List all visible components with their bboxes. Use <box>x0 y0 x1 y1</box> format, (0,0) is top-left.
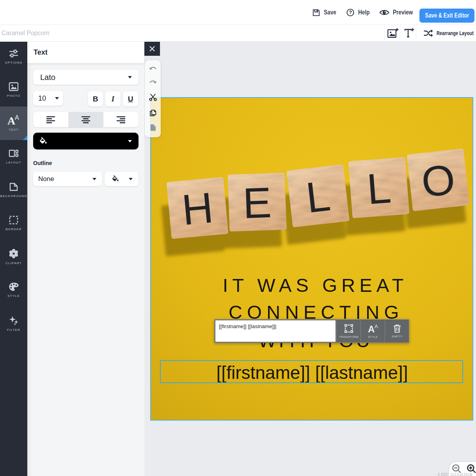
svg-text:E: E <box>242 178 272 227</box>
svg-text:H: H <box>180 183 215 234</box>
svg-text:IT WAS GREAT: IT WAS GREAT <box>223 275 408 296</box>
svg-text:A: A <box>15 115 19 121</box>
svg-text:A: A <box>368 324 375 334</box>
svg-text:O: O <box>419 155 458 206</box>
svg-text:A: A <box>375 323 378 329</box>
svg-text:L: L <box>365 163 393 213</box>
svg-text:?: ? <box>349 9 352 15</box>
svg-text:A: A <box>7 115 16 125</box>
